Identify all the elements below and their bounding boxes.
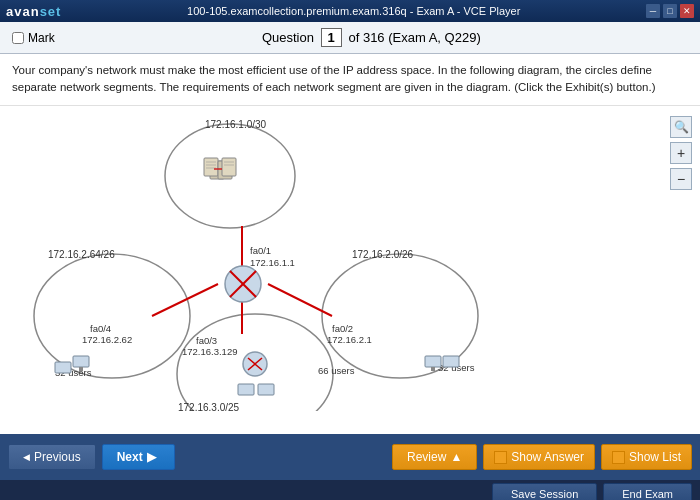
svg-point-1 xyxy=(34,254,190,378)
svg-text:172.16.1.0/30: 172.16.1.0/30 xyxy=(205,119,267,130)
svg-text:172.16.2.64/26: 172.16.2.64/26 xyxy=(48,249,115,260)
maximize-button[interactable]: □ xyxy=(663,4,677,18)
mark-label[interactable]: Mark xyxy=(28,31,55,45)
svg-text:fa0/4: fa0/4 xyxy=(90,323,111,334)
close-button[interactable]: ✕ xyxy=(680,4,694,18)
svg-text:172.16.3.0/25: 172.16.3.0/25 xyxy=(178,402,240,411)
next-button[interactable]: Next ▶ xyxy=(102,444,175,470)
zoom-controls[interactable]: 🔍 + − xyxy=(670,116,692,190)
show-list-check-icon xyxy=(612,451,625,464)
logo-text: avan xyxy=(6,4,40,19)
save-session-button[interactable]: Save Session xyxy=(492,483,597,500)
svg-text:172.16.2.0/26: 172.16.2.0/26 xyxy=(352,249,414,260)
svg-text:172.16.2.62: 172.16.2.62 xyxy=(82,334,132,345)
zoom-in-button[interactable]: + xyxy=(670,142,692,164)
svg-rect-29 xyxy=(222,158,236,176)
window-title: 100-105.examcollection.premium.exam.316q… xyxy=(61,5,646,17)
title-bar: avanset 100-105.examcollection.premium.e… xyxy=(0,0,700,22)
of-label: of xyxy=(348,30,362,45)
bottom-toolbar: Previous Next ▶ Review ▲ Show Answer Sho… xyxy=(0,434,700,480)
header-bar: Mark Question 1 of 316 (Exam A, Q229) xyxy=(0,22,700,54)
diagram-area: 172.16.1.0/30 172.16.2.64/26 172.16.2.0/… xyxy=(0,106,700,411)
zoom-out-button[interactable]: − xyxy=(670,168,692,190)
app-logo: avanset xyxy=(6,4,61,19)
svg-line-9 xyxy=(152,284,218,316)
svg-rect-40 xyxy=(431,367,435,371)
network-diagram: 172.16.1.0/30 172.16.2.64/26 172.16.2.0/… xyxy=(0,106,640,411)
mark-checkbox[interactable] xyxy=(12,32,24,44)
svg-rect-37 xyxy=(79,367,83,371)
logo-accent: set xyxy=(40,4,62,19)
svg-rect-36 xyxy=(73,356,89,367)
mark-checkbox-area[interactable]: Mark xyxy=(12,31,55,45)
svg-rect-39 xyxy=(425,356,441,367)
show-answer-check-icon xyxy=(494,451,507,464)
question-text: Your company's network must make the mos… xyxy=(0,54,700,106)
content-area: Your company's network must make the mos… xyxy=(0,54,700,434)
svg-text:fa0/3: fa0/3 xyxy=(196,335,217,346)
window-controls[interactable]: ─ □ ✕ xyxy=(646,4,694,18)
question-number: 1 xyxy=(321,28,342,47)
show-list-button[interactable]: Show List xyxy=(601,444,692,470)
svg-rect-38 xyxy=(55,362,71,373)
previous-button[interactable]: Previous xyxy=(8,444,96,470)
svg-rect-42 xyxy=(238,384,254,395)
show-answer-button[interactable]: Show Answer xyxy=(483,444,595,470)
bottom-actions: Save Session End Exam xyxy=(0,480,700,500)
svg-text:172.16.3.129: 172.16.3.129 xyxy=(182,346,237,357)
question-info: Question 1 of 316 (Exam A, Q229) xyxy=(55,30,688,45)
svg-text:fa0/2: fa0/2 xyxy=(332,323,353,334)
svg-rect-41 xyxy=(443,356,459,367)
svg-text:172.16.2.1: 172.16.2.1 xyxy=(327,334,372,345)
question-label: Question xyxy=(262,30,314,45)
svg-text:66 users: 66 users xyxy=(318,365,355,376)
svg-rect-43 xyxy=(258,384,274,395)
svg-rect-24 xyxy=(204,158,218,176)
minimize-button[interactable]: ─ xyxy=(646,4,660,18)
end-exam-button[interactable]: End Exam xyxy=(603,483,692,500)
review-button[interactable]: Review ▲ xyxy=(392,444,477,470)
review-arrow-icon: ▲ xyxy=(450,450,462,464)
svg-line-10 xyxy=(268,284,332,316)
svg-text:172.16.1.1: 172.16.1.1 xyxy=(250,257,295,268)
next-arrow-icon: ▶ xyxy=(147,450,156,464)
svg-text:fa0/1: fa0/1 xyxy=(250,245,271,256)
zoom-search-button[interactable]: 🔍 xyxy=(670,116,692,138)
total-questions: 316 xyxy=(363,30,385,45)
exam-name-text: Exam A, Q229 xyxy=(393,30,477,45)
question-body: Your company's network must make the mos… xyxy=(12,64,655,93)
